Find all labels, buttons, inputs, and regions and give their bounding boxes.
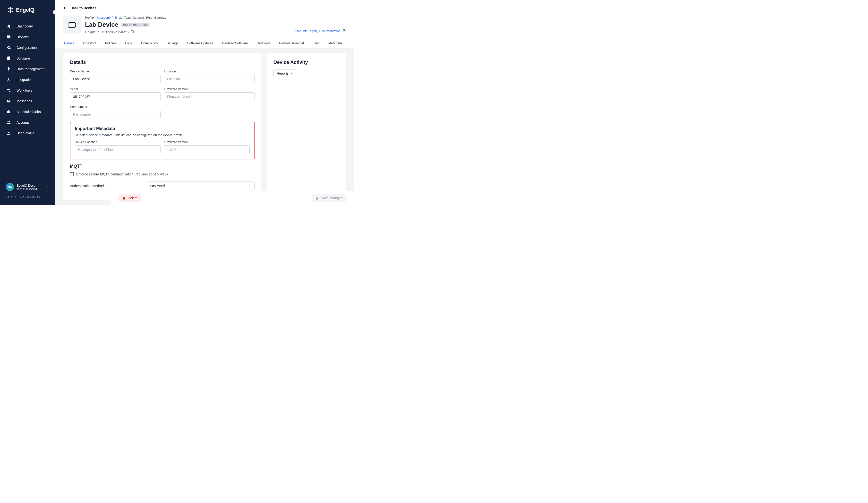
content-area: Details Device Name Location Serial Firm… <box>55 48 354 205</box>
input-device-name[interactable] <box>70 75 161 83</box>
tab-details[interactable]: Details <box>63 38 75 48</box>
sidebar-item-devices[interactable]: Devices <box>0 32 55 42</box>
sidebar-item-messages[interactable]: Messages <box>0 96 55 106</box>
sidebar-item-data-management[interactable]: Data management <box>0 64 55 74</box>
user-menu[interactable]: HK EdgeIQ Docu… hanno+docs@ed… <box>4 180 51 194</box>
hub-icon <box>6 77 11 82</box>
mqtt-secure-label: Enforce secure MQTT communication (requi… <box>76 172 168 176</box>
logo-text: EdgeIQ <box>16 7 34 13</box>
input-location[interactable] <box>164 75 255 83</box>
copy-account-button[interactable] <box>342 29 346 33</box>
sidebar-item-label: Configuration <box>17 46 37 50</box>
avatar: HK <box>6 183 14 191</box>
delete-label: Delete <box>128 196 137 200</box>
section-title-details: Details <box>70 60 255 65</box>
page-title: Lab Device <box>85 21 118 29</box>
sidebar-footer: HK EdgeIQ Docu… hanno+docs@ed… v1.8.2-de… <box>0 180 55 205</box>
input-important-firmware[interactable] <box>164 145 250 154</box>
tab-installed-software[interactable]: Installed Software <box>221 38 249 48</box>
sidebar-item-label: Workflows <box>17 89 32 92</box>
monitor-icon <box>6 34 11 39</box>
device-header: Profile: Raspberry Pi 5 Type: Gateway, R… <box>55 13 354 38</box>
account-link[interactable]: Account: EdgeIQ Documentation <box>294 29 341 33</box>
important-form: Device Location Firmware Version <box>75 140 250 154</box>
label-serial: Serial <box>70 87 161 91</box>
user-text: EdgeIQ Docu… hanno+docs@ed… <box>17 184 40 190</box>
delete-button[interactable]: Delete <box>118 194 141 202</box>
sidebar-item-dashboard[interactable]: Dashboard <box>0 21 55 32</box>
auth-method-select[interactable]: Password <box>147 182 255 190</box>
user-email: hanno+docs@ed… <box>17 187 40 190</box>
sidebar-item-label: Dashboard <box>17 24 33 28</box>
sidebar-item-label: Scheduled Jobs <box>17 110 41 114</box>
copy-icon <box>131 30 134 33</box>
sidebar-item-workflows[interactable]: Workflows <box>0 85 55 96</box>
sidebar-item-label: Data management <box>17 67 44 71</box>
tab-settings[interactable]: Settings <box>166 38 179 48</box>
input-device-location[interactable] <box>75 145 161 154</box>
field-important-firmware: Firmware Version <box>164 140 250 154</box>
tab-ingestors[interactable]: Ingestors <box>82 38 97 48</box>
gateway-icon <box>119 16 122 19</box>
tab-software-updates[interactable]: Software Updates <box>186 38 214 48</box>
mqtt-secure-checkbox[interactable] <box>70 172 74 176</box>
auth-method-label: Authentication Method: <box>70 184 147 188</box>
tab-files[interactable]: Files <box>312 38 321 48</box>
save-label: Save changes <box>321 196 342 200</box>
save-changes-button[interactable]: Save changes <box>312 194 346 202</box>
sidebar-item-label: User Profile <box>17 131 34 135</box>
mail-icon <box>6 99 11 103</box>
sidebar-item-integrations[interactable]: Integrations <box>0 74 55 85</box>
home-icon <box>6 24 11 29</box>
label-important-firmware: Firmware Version <box>164 140 250 144</box>
footer-bar: Delete Save changes <box>111 191 354 205</box>
sidebar-item-label: Integrations <box>17 78 34 82</box>
main: Back to Devices Profile: Raspberry Pi 5 … <box>55 0 354 205</box>
title-row: Lab Device NEVER REPORTED <box>85 21 166 29</box>
uid-text: Unique Id: 12:05:06:c1:46:e5 <box>85 30 129 34</box>
tab-relations[interactable]: Relations <box>256 38 271 48</box>
caret-down-icon <box>290 72 293 75</box>
field-firmware: Firmware Version <box>164 87 255 101</box>
svg-rect-1 <box>119 17 122 19</box>
sidebar-item-user-profile[interactable]: User Profile <box>0 128 55 138</box>
caret-down-icon <box>248 184 251 188</box>
field-serial: Serial <box>70 87 161 101</box>
svg-rect-0 <box>68 23 76 27</box>
tab-policies[interactable]: Policies <box>104 38 117 48</box>
reports-dropdown[interactable]: Reports <box>273 70 296 77</box>
profile-label: Profile: <box>85 16 95 19</box>
tab-metadata[interactable]: Metadata <box>327 38 343 48</box>
auth-method-row: Authentication Method: Password <box>70 182 255 190</box>
tab-remote-terminal[interactable]: Remote Terminal <box>278 38 305 48</box>
details-form: Device Name Location Serial Firmware Ver… <box>70 70 255 119</box>
people-icon <box>6 120 11 125</box>
profile-link[interactable]: Raspberry Pi 5 <box>97 16 117 19</box>
sidebar-item-software[interactable]: Software <box>0 53 55 64</box>
field-device-name: Device Name <box>70 70 161 83</box>
arrow-left-icon <box>63 6 68 10</box>
field-part-number: Part number <box>70 105 161 119</box>
field-device-location: Device Location <box>75 140 161 154</box>
copy-uid-button[interactable] <box>131 30 134 34</box>
sidebar-item-scheduled-jobs[interactable]: Scheduled Jobs <box>0 106 55 117</box>
input-serial[interactable] <box>70 92 161 101</box>
tab-logs[interactable]: Logs <box>124 38 133 48</box>
important-metadata-box: Important Metadata Selected device metad… <box>70 122 255 160</box>
copy-icon <box>342 29 346 32</box>
tab-commands[interactable]: Commands <box>140 38 159 48</box>
label-part-number: Part number <box>70 105 161 109</box>
input-part-number[interactable] <box>70 110 161 119</box>
sidebar-item-configuration[interactable]: Configuration <box>0 42 55 53</box>
input-firmware[interactable] <box>164 92 255 101</box>
chevron-down-icon <box>46 185 50 189</box>
back-to-devices-link[interactable]: Back to Devices <box>55 0 354 13</box>
profile-row: Profile: Raspberry Pi 5 Type: Gateway, R… <box>85 16 166 19</box>
header-right: Account: EdgeIQ Documentation <box>294 29 346 34</box>
sidebar-item-account[interactable]: Account <box>0 117 55 128</box>
mqtt-secure-checkbox-row: Enforce secure MQTT communication (requi… <box>70 172 255 176</box>
usb-icon <box>6 66 11 71</box>
logo[interactable]: EdgeIQ <box>0 0 55 20</box>
tabs: Details Ingestors Policies Logs Commands… <box>55 38 354 48</box>
tablet-icon <box>6 56 11 61</box>
